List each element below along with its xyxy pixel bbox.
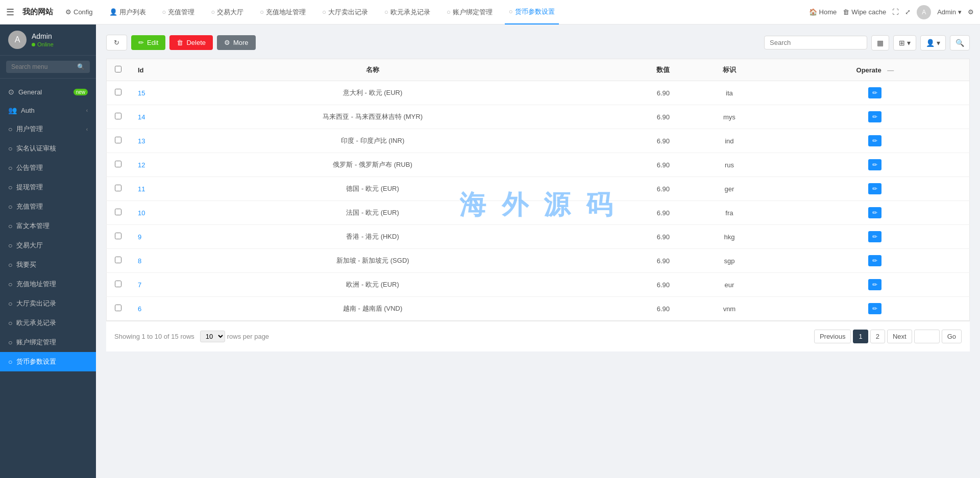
table-row: 6 越南 - 越南盾 (VND) 6.90 vnm ✏ (107, 297, 970, 321)
id-link-4[interactable]: 11 (138, 185, 145, 193)
id-link-5[interactable]: 10 (138, 209, 145, 217)
more-button[interactable]: ⚙ More (217, 35, 256, 50)
sidebar-header: A Admin Online (0, 24, 96, 56)
sidebar-item-euro-records[interactable]: ○ 欧元承兑记录 (0, 313, 96, 333)
main-content: ↻ ✏ Edit 🗑 Delete ⚙ More ▦ ⊞ ▾ 👤 (96, 24, 980, 478)
row-edit-button-5[interactable]: ✏ (868, 207, 881, 218)
sidebar-item-address-mgmt[interactable]: ○ 充值地址管理 (0, 274, 96, 294)
id-link-8[interactable]: 7 (138, 281, 141, 289)
trading-icon: ○ (8, 241, 12, 249)
edit-button[interactable]: ✏ Edit (131, 35, 165, 50)
row-value-8: 6.90 (575, 273, 678, 297)
row-select-5[interactable] (115, 209, 121, 215)
id-link-3[interactable]: 12 (138, 161, 145, 169)
delete-button[interactable]: 🗑 Delete (169, 35, 213, 50)
row-select-9[interactable] (115, 305, 121, 311)
row-select-6[interactable] (115, 233, 121, 239)
page-input[interactable] (914, 330, 940, 343)
sidebar-item-user-mgmt[interactable]: ○ 用户管理 ‹ (0, 119, 96, 139)
page-1-button[interactable]: 1 (853, 330, 868, 343)
sidebar-item-general[interactable]: ⊙ General new (0, 83, 96, 101)
go-button[interactable]: Go (942, 330, 962, 343)
row-edit-button-1[interactable]: ✏ (868, 111, 881, 122)
row-select-8[interactable] (115, 281, 121, 287)
sidebar-item-auth[interactable]: 👥 Auth ‹ (0, 101, 96, 119)
id-link-9[interactable]: 6 (138, 305, 141, 313)
row-edit-button-6[interactable]: ✏ (868, 231, 881, 242)
id-link-0[interactable]: 15 (138, 89, 145, 97)
nav-item-config[interactable]: ⚙ Config (61, 0, 97, 24)
page-2-button[interactable]: 2 (870, 330, 885, 343)
table-view-button[interactable]: ▦ (871, 35, 889, 51)
fullscreen-button[interactable]: ⛶ (892, 8, 899, 16)
nav-item-address[interactable]: ○ 充值地址管理 (256, 0, 310, 24)
id-link-1[interactable]: 14 (138, 113, 145, 121)
account-icon: ○ (8, 338, 12, 346)
settings-button[interactable]: ⚙ (968, 8, 974, 16)
sidebar-item-currency-params[interactable]: ○ 货币参数设置 (0, 352, 96, 371)
cache-icon: 🗑 (843, 8, 849, 16)
nav-item-trading[interactable]: ○ 交易大厅 (207, 0, 248, 24)
row-edit-button-2[interactable]: ✏ (868, 135, 881, 146)
row-checkbox-7 (107, 249, 130, 273)
row-select-0[interactable] (115, 89, 121, 95)
sidebar-username: Admin (32, 32, 54, 40)
auth-icon: 👥 (8, 106, 17, 114)
announcement-icon: ○ (8, 164, 12, 172)
wipe-cache-button[interactable]: 🗑 Wipe cache (843, 8, 886, 16)
table-row: 13 印度 - 印度卢比 (INR) 6.90 ind ✏ (107, 129, 970, 153)
nav-item-euro[interactable]: ○ 欧元承兑记录 (380, 0, 434, 24)
row-value-0: 6.90 (575, 81, 678, 105)
row-select-4[interactable] (115, 185, 121, 191)
sidebar-item-account-bind[interactable]: ○ 账户绑定管理 (0, 333, 96, 352)
row-edit-button-3[interactable]: ✏ (868, 159, 881, 170)
row-select-7[interactable] (115, 257, 121, 263)
row-operate-9: ✏ (781, 297, 970, 321)
sidebar-item-trading-hall[interactable]: ○ 交易大厅 (0, 236, 96, 255)
row-select-2[interactable] (115, 137, 121, 143)
sidebar-item-sell-records[interactable]: ○ 大厅卖出记录 (0, 294, 96, 313)
expand-icon-btn[interactable]: ⤢ (905, 8, 911, 16)
search-input[interactable] (770, 39, 862, 46)
sidebar-item-richtext[interactable]: ○ 富文本管理 (0, 216, 96, 236)
refresh-button[interactable]: ↻ (106, 35, 127, 51)
circle-icon-6: ○ (447, 8, 451, 16)
table-row: 11 德国 - 欧元 (EUR) 6.90 ger ✏ (107, 177, 970, 201)
nav-item-userlist[interactable]: 👤 用户列表 (105, 0, 150, 24)
row-edit-button-9[interactable]: ✏ (868, 303, 881, 314)
row-edit-button-4[interactable]: ✏ (868, 183, 881, 194)
row-value-4: 6.90 (575, 177, 678, 201)
sidebar-item-announcements[interactable]: ○ 公告管理 (0, 158, 96, 178)
row-select-3[interactable] (115, 161, 121, 167)
admin-menu[interactable]: Admin ▾ (937, 8, 962, 16)
table-row: 8 新加坡 - 新加坡元 (SGD) 6.90 sgp ✏ (107, 249, 970, 273)
nav-item-recharge[interactable]: ○ 充值管理 (158, 0, 199, 24)
next-button[interactable]: Next (887, 330, 912, 343)
id-link-2[interactable]: 13 (138, 137, 145, 145)
sidebar-item-withdraw[interactable]: ○ 提现管理 (0, 178, 96, 197)
rows-per-page-select[interactable]: 10 20 50 (200, 331, 225, 342)
id-link-7[interactable]: 8 (138, 257, 141, 265)
nav-item-currency[interactable]: ○ 货币参数设置 (505, 0, 559, 24)
id-link-6[interactable]: 9 (138, 233, 141, 241)
row-select-1[interactable] (115, 113, 121, 119)
grid-view-button[interactable]: ⊞ ▾ (893, 35, 916, 51)
column-settings-button[interactable]: 👤 ▾ (920, 35, 946, 51)
sidebar-item-kyc[interactable]: ○ 实名认证审核 (0, 139, 96, 158)
hamburger-icon[interactable]: ☰ (6, 7, 14, 18)
grid-icon: ⊞ (899, 39, 905, 47)
fullscreen-table-button[interactable]: 🔍 (950, 35, 970, 51)
sidebar-item-buy[interactable]: ○ 我要买 (0, 255, 96, 274)
sidebar-search-input[interactable] (11, 63, 74, 70)
home-link[interactable]: 🏠 Home (809, 8, 837, 16)
row-edit-button-7[interactable]: ✏ (868, 255, 881, 266)
site-name: 我的网站 (22, 7, 53, 17)
prev-button[interactable]: Previous (814, 330, 851, 343)
row-edit-button-8[interactable]: ✏ (868, 279, 881, 290)
row-id-2: 13 (130, 129, 170, 153)
row-edit-button-0[interactable]: ✏ (868, 87, 881, 98)
nav-item-account[interactable]: ○ 账户绑定管理 (443, 0, 497, 24)
nav-item-sell[interactable]: ○ 大厅卖出记录 (318, 0, 372, 24)
select-all-checkbox[interactable] (115, 66, 121, 72)
sidebar-item-recharge-mgmt[interactable]: ○ 充值管理 (0, 197, 96, 216)
